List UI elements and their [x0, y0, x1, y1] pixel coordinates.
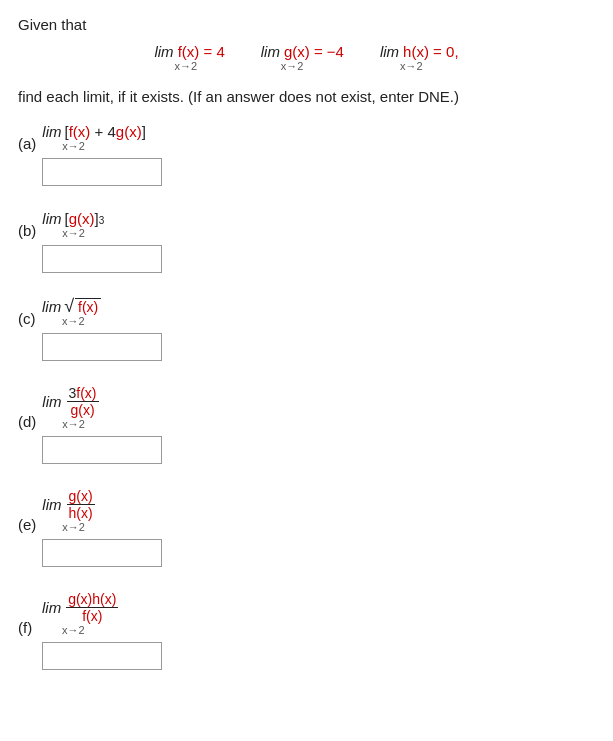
frac-num-f: g(x)h(x): [66, 591, 118, 608]
part-a-row: (a) lim [f(x) + 4g(x)] x→2: [18, 123, 595, 152]
part-a-under: x→2: [62, 140, 85, 152]
part-a-letter: (a): [18, 135, 36, 152]
frac-den-e: h(x): [67, 505, 95, 521]
sqrt-expr-c: √f(x): [64, 297, 101, 315]
given-that-text: Given that: [18, 16, 595, 33]
lim-under-h: x→2: [400, 60, 423, 72]
part-b-letter: (b): [18, 222, 36, 239]
part-e-lim: lim g(x) h(x) x→2: [42, 488, 96, 533]
part-a-expr: [f(x) + 4g(x)]: [65, 123, 146, 140]
part-e-lim-word: lim: [42, 496, 61, 513]
part-a-lim-word: lim: [42, 123, 61, 140]
part-d-lim: lim 3f(x) g(x) x→2: [42, 385, 100, 430]
part-d-row: (d) lim 3f(x) g(x) x→2: [18, 385, 595, 430]
frac-num-d: 3f(x): [67, 385, 99, 402]
lim-func-f: f(x) = 4: [178, 43, 225, 60]
part-f-under: x→2: [62, 624, 85, 636]
part-a: (a) lim [f(x) + 4g(x)] x→2: [18, 123, 595, 186]
answer-input-f[interactable]: [42, 642, 162, 670]
limit-g: lim g(x) = −4 x→2: [261, 43, 344, 72]
frac-num-e: g(x): [67, 488, 95, 505]
part-c-under: x→2: [62, 315, 85, 327]
part-a-lim: lim [f(x) + 4g(x)] x→2: [42, 123, 145, 152]
part-c-lim-word: lim: [42, 298, 61, 315]
part-b-under: x→2: [62, 227, 85, 239]
part-b-lim: lim [g(x)]3 x→2: [42, 210, 104, 239]
part-d-lim-word: lim: [42, 393, 61, 410]
lim-func-h: h(x) = 0,: [403, 43, 458, 60]
answer-input-d[interactable]: [42, 436, 162, 464]
lim-word-f: lim: [154, 43, 173, 60]
lim-func-g: g(x) = −4: [284, 43, 344, 60]
limit-h: lim h(x) = 0, x→2: [380, 43, 459, 72]
answer-input-a[interactable]: [42, 158, 162, 186]
frac-den-d: g(x): [68, 402, 96, 418]
part-d-letter: (d): [18, 413, 36, 430]
part-f-letter: (f): [18, 619, 36, 636]
fraction-d: 3f(x) g(x): [67, 385, 99, 418]
sqrt-symbol-c: √: [64, 297, 74, 315]
part-f: (f) lim g(x)h(x) f(x) x→2: [18, 591, 595, 670]
part-d: (d) lim 3f(x) g(x) x→2: [18, 385, 595, 464]
part-d-expr: 3f(x) g(x): [65, 385, 101, 418]
part-b-row: (b) lim [g(x)]3 x→2: [18, 210, 595, 239]
parts-container: (a) lim [f(x) + 4g(x)] x→2 (b) lim [: [18, 123, 595, 694]
given-limits-row: lim f(x) = 4 x→2 lim g(x) = −4 x→2 lim h…: [18, 43, 595, 72]
answer-input-b[interactable]: [42, 245, 162, 273]
part-b-lim-word: lim: [42, 210, 61, 227]
sqrt-content-c: f(x): [75, 298, 101, 315]
fraction-e: g(x) h(x): [67, 488, 95, 521]
part-f-expr: g(x)h(x) f(x): [64, 591, 120, 624]
lim-under-f: x→2: [174, 60, 197, 72]
part-e-letter: (e): [18, 516, 36, 533]
part-f-lim: lim g(x)h(x) f(x) x→2: [42, 591, 120, 636]
limit-f: lim f(x) = 4 x→2: [154, 43, 224, 72]
part-b: (b) lim [g(x)]3 x→2: [18, 210, 595, 273]
part-e-under: x→2: [62, 521, 85, 533]
part-c-letter: (c): [18, 310, 36, 327]
part-e: (e) lim g(x) h(x) x→2: [18, 488, 595, 567]
answer-input-e[interactable]: [42, 539, 162, 567]
fraction-f: g(x)h(x) f(x): [66, 591, 118, 624]
part-f-lim-word: lim: [42, 599, 61, 616]
instruction-text: find each limit, if it exists. (If an an…: [18, 88, 595, 105]
frac-den-f: f(x): [80, 608, 104, 624]
lim-word-g: lim: [261, 43, 280, 60]
part-f-row: (f) lim g(x)h(x) f(x) x→2: [18, 591, 595, 636]
part-d-under: x→2: [62, 418, 85, 430]
lim-word-h: lim: [380, 43, 399, 60]
part-c-expr: √f(x): [64, 297, 101, 315]
part-c-row: (c) lim √f(x) x→2: [18, 297, 595, 327]
part-b-expr: [g(x)]3: [65, 210, 105, 227]
part-c-lim: lim √f(x) x→2: [42, 297, 101, 327]
part-e-expr: g(x) h(x): [65, 488, 97, 521]
lim-under-g: x→2: [281, 60, 304, 72]
part-e-row: (e) lim g(x) h(x) x→2: [18, 488, 595, 533]
answer-input-c[interactable]: [42, 333, 162, 361]
part-c: (c) lim √f(x) x→2: [18, 297, 595, 361]
